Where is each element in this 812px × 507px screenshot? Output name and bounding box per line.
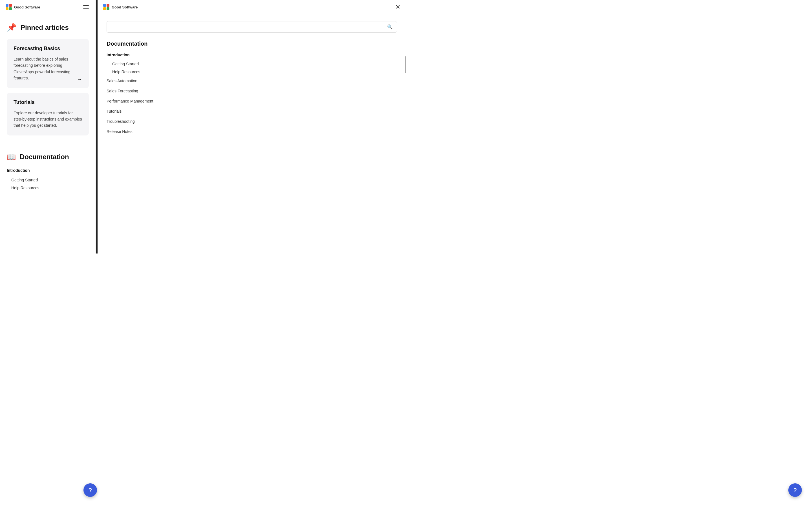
left-content: 📌 Pinned articles Forecasting Basics Lea… bbox=[0, 14, 96, 253]
logo-area: Good Software bbox=[6, 4, 40, 10]
article-desc-tutorials: Explore our developer tutorials for step… bbox=[13, 110, 82, 129]
app-name-right: Good Software bbox=[112, 5, 138, 9]
article-card-forecasting-basics[interactable]: Forecasting Basics Learn about the basic… bbox=[7, 39, 89, 88]
right-nav-sales-automation[interactable]: Sales Automation bbox=[107, 76, 397, 86]
search-bar: 🔍 bbox=[107, 21, 397, 33]
article-title-forecasting-basics: Forecasting Basics bbox=[13, 46, 82, 52]
documentation-title-left: Documentation bbox=[20, 153, 69, 161]
search-icon: 🔍 bbox=[387, 24, 393, 30]
svg-rect-7 bbox=[107, 7, 109, 10]
documentation-title-right: Documentation bbox=[107, 41, 397, 47]
right-nav-getting-started[interactable]: Getting Started bbox=[107, 60, 397, 68]
documentation-icon: 📖 bbox=[7, 153, 16, 161]
hamburger-line-3 bbox=[83, 8, 89, 9]
left-panel: Good Software 📌 Pinned articles Forecast… bbox=[0, 0, 96, 253]
right-nav-sales-forecasting[interactable]: Sales Forecasting bbox=[107, 86, 397, 96]
right-nav-release-notes[interactable]: Release Notes bbox=[107, 126, 397, 136]
pinned-articles-header: 📌 Pinned articles bbox=[7, 23, 89, 32]
hamburger-line-2 bbox=[83, 7, 89, 7]
right-header: Good Software ✕ bbox=[98, 0, 406, 14]
introduction-label-left: Introduction bbox=[7, 168, 89, 173]
right-content: 🔍 Documentation Introduction Getting Sta… bbox=[98, 14, 406, 253]
left-nav-help-resources[interactable]: Help Resources bbox=[7, 184, 89, 192]
right-nav-help-resources[interactable]: Help Resources bbox=[107, 68, 397, 76]
close-button[interactable]: ✕ bbox=[395, 4, 400, 10]
article-title-tutorials: Tutorials bbox=[13, 100, 82, 105]
right-nav-tutorials[interactable]: Tutorials bbox=[107, 106, 397, 116]
section-divider bbox=[7, 144, 89, 144]
svg-rect-0 bbox=[6, 4, 8, 7]
logo-icon bbox=[6, 4, 12, 10]
left-nav-getting-started[interactable]: Getting Started bbox=[7, 176, 89, 184]
arrow-icon-forecasting-basics: → bbox=[77, 76, 82, 82]
hamburger-line-1 bbox=[83, 5, 89, 6]
article-card-tutorials[interactable]: Tutorials Explore our developer tutorial… bbox=[7, 93, 89, 135]
svg-rect-2 bbox=[6, 7, 8, 10]
svg-rect-4 bbox=[103, 4, 106, 7]
right-nav-troubleshooting[interactable]: Troubleshooting bbox=[107, 116, 397, 126]
article-desc-forecasting-basics: Learn about the basics of sales forecast… bbox=[13, 56, 82, 81]
left-header: Good Software bbox=[0, 0, 96, 14]
pinned-articles-title: Pinned articles bbox=[20, 24, 69, 32]
documentation-header-left: 📖 Documentation bbox=[7, 153, 89, 161]
right-nav-performance-management[interactable]: Performance Management bbox=[107, 96, 397, 106]
logo-icon-right bbox=[103, 4, 109, 10]
right-panel: Good Software ✕ 🔍 Documentation Introduc… bbox=[98, 0, 406, 253]
pin-icon: 📌 bbox=[7, 23, 17, 32]
svg-rect-5 bbox=[107, 4, 109, 7]
svg-rect-3 bbox=[9, 7, 12, 10]
introduction-label-right: Introduction bbox=[107, 53, 397, 57]
hamburger-button[interactable] bbox=[82, 4, 90, 10]
svg-rect-6 bbox=[103, 7, 106, 10]
app-name-left: Good Software bbox=[14, 5, 40, 9]
logo-area-right: Good Software bbox=[103, 4, 138, 10]
search-input[interactable] bbox=[111, 25, 385, 29]
svg-rect-1 bbox=[9, 4, 12, 7]
scroll-indicator bbox=[405, 56, 406, 73]
